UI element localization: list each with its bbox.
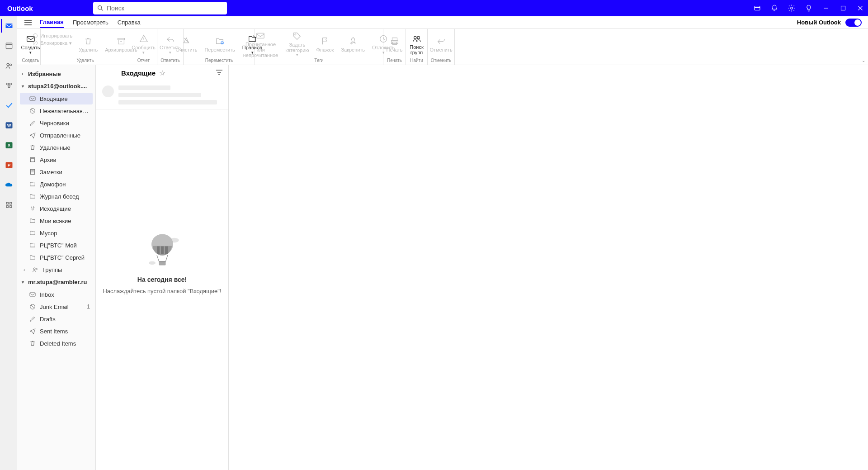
undo-button[interactable]: Отменить xyxy=(426,31,456,58)
folder-item[interactable]: Входящие xyxy=(20,93,93,104)
folder-item[interactable]: Архив xyxy=(20,154,93,166)
flag-button[interactable]: Флажок xyxy=(313,31,338,58)
folder-label: Исходящие xyxy=(40,205,90,212)
folder-item[interactable]: Отправленные xyxy=(20,129,93,141)
bell-icon[interactable] xyxy=(770,4,778,12)
filter-icon[interactable] xyxy=(216,69,223,77)
svg-rect-43 xyxy=(6,202,8,204)
svg-point-55 xyxy=(33,268,35,270)
find-groups-button[interactable]: Поиск групп xyxy=(406,31,427,58)
folder-item[interactable]: Нежелательная по... xyxy=(20,105,93,117)
favorites-section[interactable]: ›Избранные xyxy=(18,68,94,80)
folder-item[interactable]: Мои всякие xyxy=(20,215,93,227)
cleanup-button[interactable]: Очистить xyxy=(172,31,201,58)
rail-word[interactable]: W xyxy=(1,119,16,132)
svg-rect-21 xyxy=(257,33,264,38)
folder-item[interactable]: Drafts xyxy=(20,313,93,325)
folder-item[interactable]: Deleted Items xyxy=(20,337,93,349)
rail-mail[interactable] xyxy=(1,19,16,33)
balloon-icon xyxy=(142,231,183,271)
inbox-title: Входящие xyxy=(121,69,156,77)
svg-line-59 xyxy=(31,305,34,309)
folder-label: Junk Email xyxy=(40,304,83,310)
category-button[interactable]: Задать категорию▾ xyxy=(282,31,312,58)
empty-title: На сегодня все! xyxy=(137,276,187,283)
account-1[interactable]: ▾stupa216@outlook.... xyxy=(18,80,94,92)
maximize-icon[interactable] xyxy=(839,4,847,12)
empty-subtitle: Наслаждайтесь пустой папкой "Входящие"! xyxy=(103,288,221,294)
search-box[interactable] xyxy=(93,2,227,14)
folder-label: Архив xyxy=(40,157,90,163)
rail-calendar[interactable] xyxy=(1,39,16,52)
search-input[interactable] xyxy=(107,5,223,12)
folder-item[interactable]: Домофон xyxy=(20,178,93,190)
folder-item[interactable]: Исходящие xyxy=(20,203,93,214)
favorite-star-icon[interactable]: ☆ xyxy=(159,69,165,77)
rail-onedrive[interactable] xyxy=(1,178,16,192)
hamburger-icon[interactable] xyxy=(21,16,35,28)
rail-people[interactable] xyxy=(1,59,16,72)
folder-item[interactable]: Мусор xyxy=(20,227,93,239)
svg-rect-29 xyxy=(6,24,13,28)
report-button[interactable]: Сообщить▾ xyxy=(128,31,159,58)
svg-point-22 xyxy=(295,34,296,35)
tab-view[interactable]: Просмотреть xyxy=(73,17,108,28)
rail-todo[interactable] xyxy=(1,99,16,112)
svg-rect-46 xyxy=(10,206,12,208)
folder-label: Группы xyxy=(42,266,90,273)
folder-item[interactable]: Inbox xyxy=(20,289,93,300)
folder-label: Удаленные xyxy=(40,144,90,151)
gear-icon[interactable] xyxy=(788,4,796,12)
folder-item[interactable]: Журнал бесед xyxy=(20,190,93,202)
move-button[interactable]: Переместить xyxy=(201,31,238,58)
svg-rect-5 xyxy=(841,6,845,10)
svg-line-1 xyxy=(101,9,103,10)
folder-label: Deleted Items xyxy=(40,340,90,347)
print-button[interactable]: Печать xyxy=(382,31,406,58)
rail-powerpoint[interactable]: P xyxy=(1,158,16,172)
account-2[interactable]: ▾mr.stupa@rambler.ru xyxy=(18,276,94,288)
folder-item[interactable]: РЦ"ВТС" Сергей xyxy=(20,252,93,263)
svg-rect-24 xyxy=(392,38,397,41)
message-list-column: Входящие ☆ xyxy=(96,65,229,470)
rail-groups[interactable] xyxy=(1,79,16,92)
readunread-button[interactable]: Прочитанное или непрочитанное xyxy=(240,31,282,58)
new-outlook-toggle[interactable] xyxy=(845,19,862,27)
folder-label: Нежелательная по... xyxy=(40,108,90,114)
folder-item[interactable]: Junk Email1 xyxy=(20,301,93,313)
pin-button[interactable]: Закрепить xyxy=(337,31,368,58)
svg-point-64 xyxy=(149,261,156,265)
svg-point-33 xyxy=(9,64,11,66)
rail-excel[interactable]: X xyxy=(1,138,16,152)
tab-home[interactable]: Главная xyxy=(40,17,64,28)
ignore-button[interactable]: Игнорировать xyxy=(32,33,72,39)
tab-help[interactable]: Справка xyxy=(118,17,141,28)
close-icon[interactable] xyxy=(856,4,864,12)
ribbon: Создать ▾ Создать Игнорировать Блокировк… xyxy=(0,29,868,65)
sync-icon[interactable] xyxy=(753,4,761,12)
delete-button[interactable]: Удалить xyxy=(75,31,101,58)
ribbon-collapse-icon[interactable]: ⌄ xyxy=(862,58,865,63)
lightbulb-icon[interactable] xyxy=(805,4,813,12)
=: На сегодня все! Наслаждайтесь пустой пап… xyxy=(96,109,228,470)
folder-item[interactable]: ›Группы xyxy=(20,264,93,275)
rail-more-apps[interactable] xyxy=(1,198,16,212)
folder-item[interactable]: Заметки xyxy=(20,166,93,178)
block-button[interactable]: Блокировка▾ xyxy=(32,40,72,46)
reading-pane xyxy=(229,65,868,470)
folder-item[interactable]: Удаленные xyxy=(20,142,93,153)
group-reply-label: Ответить xyxy=(160,58,180,64)
title-bar: Outlook xyxy=(0,0,868,16)
search-icon xyxy=(97,5,104,12)
minimize-icon[interactable] xyxy=(822,4,830,12)
svg-point-27 xyxy=(414,36,416,39)
svg-rect-45 xyxy=(6,206,8,208)
folder-item[interactable]: Черновики xyxy=(20,117,93,129)
svg-text:W: W xyxy=(7,123,11,128)
svg-rect-57 xyxy=(30,293,35,296)
svg-point-56 xyxy=(36,268,37,270)
folder-label: Входящие xyxy=(40,95,90,102)
folder-item[interactable]: Sent Items xyxy=(20,325,93,337)
group-delete-label: Удалить xyxy=(76,58,94,64)
folder-item[interactable]: РЦ"ВТС" Мой xyxy=(20,239,93,251)
